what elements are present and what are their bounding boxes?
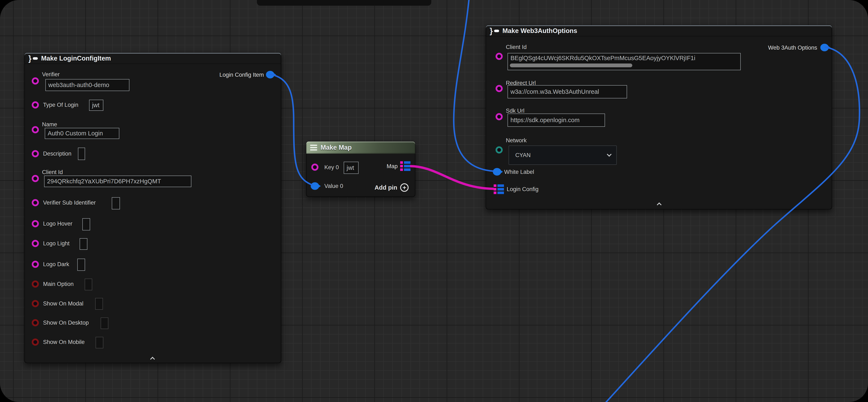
pin-label: Client Id <box>42 169 63 176</box>
pin-label: Key 0 <box>324 164 339 171</box>
network-dropdown[interactable]: CYAN <box>508 145 617 165</box>
show-on-modal-checkbox[interactable] <box>95 298 103 310</box>
input-pin-verifier-sub-identifier[interactable] <box>32 199 39 206</box>
collapse-node-chevron-icon[interactable] <box>657 202 662 207</box>
network-value: CYAN <box>515 152 531 159</box>
output-pin-label: Login Config Item <box>219 72 264 78</box>
input-pin-logo-light[interactable] <box>32 240 39 247</box>
pin-label: Show On Mobile <box>43 339 85 345</box>
input-pin-show-on-modal[interactable] <box>32 300 39 307</box>
pin-label: Verifier <box>42 71 60 78</box>
add-pin-label: Add pin <box>375 184 397 191</box>
verifier-sub-identifier-input[interactable] <box>112 197 120 209</box>
client-id-scrollbar[interactable] <box>510 63 632 67</box>
input-pin-client-id[interactable] <box>32 175 39 182</box>
output-pin-map[interactable] <box>400 161 410 171</box>
node-make-map[interactable]: Make Map Key 0 jwt Map Value 0 Add pin + <box>306 141 415 197</box>
output-pin-label: Web 3Auth Options <box>768 45 817 51</box>
pin-label: Show On Desktop <box>43 320 89 326</box>
verifier-input[interactable]: web3auth-auth0-demo <box>45 79 129 91</box>
make-struct-icon: } <box>28 54 38 62</box>
input-pin-sdk-url[interactable] <box>496 113 503 120</box>
blueprint-graph-canvas[interactable]: } Make LoginConfigItem Login Config Item… <box>0 0 868 402</box>
input-pin-type-of-login[interactable] <box>32 101 39 109</box>
input-pin-value-0[interactable] <box>311 182 319 190</box>
pin-label: Value 0 <box>324 183 343 190</box>
type-of-login-input[interactable]: jwt <box>89 100 103 111</box>
show-on-mobile-checkbox[interactable] <box>96 337 103 348</box>
pin-label: White Label <box>504 169 534 175</box>
pin-label: Description <box>43 150 71 157</box>
node-title: Make Map <box>320 144 352 151</box>
pin-label: Network <box>506 137 527 144</box>
pin-label: Logo Dark <box>43 261 69 268</box>
key-0-input[interactable]: jwt <box>344 162 359 174</box>
pin-label: Logo Hover <box>43 221 72 227</box>
pin-label: Main Option <box>43 281 74 287</box>
overlapping-window-edge <box>257 0 431 6</box>
pin-label: Login Config <box>507 186 538 193</box>
input-pin-logo-dark[interactable] <box>32 261 39 268</box>
node-make-loginconfigitem[interactable]: } Make LoginConfigItem Login Config Item… <box>24 53 281 363</box>
input-pin-login-config[interactable] <box>494 184 504 194</box>
input-pin-key-0[interactable] <box>311 164 318 171</box>
input-pin-show-on-desktop[interactable] <box>32 319 39 326</box>
client-id-input[interactable]: 294QRkchfq2YaXUbPri7D6PH7xzHgQMT <box>44 176 191 187</box>
input-pin-redirect-url[interactable] <box>496 85 503 92</box>
redirect-url-input[interactable]: w3a://com.w3a.Web3AuthUnreal <box>507 85 627 98</box>
input-pin-network[interactable] <box>496 146 503 153</box>
pin-label: Verifier Sub Identifier <box>43 200 96 206</box>
name-input[interactable]: Auth0 Custom Login <box>45 128 119 139</box>
dropdown-chevron-icon <box>607 152 612 157</box>
main-option-checkbox[interactable] <box>85 279 92 290</box>
logo-hover-input[interactable] <box>82 218 90 230</box>
collapse-node-chevron-icon[interactable] <box>150 357 155 362</box>
node-header[interactable]: } Make Web3AuthOptions <box>486 25 832 36</box>
pin-label: Show On Modal <box>43 300 84 307</box>
input-pin-logo-hover[interactable] <box>32 220 39 227</box>
pin-label: Name <box>42 121 57 128</box>
pin-label: Sdk Url <box>506 108 525 114</box>
pin-label: Client Id <box>506 44 527 51</box>
add-pin-icon: + <box>400 183 409 192</box>
node-title: Make Web3AuthOptions <box>502 27 577 35</box>
pin-label: Type Of Login <box>43 102 79 108</box>
input-pin-main-option[interactable] <box>32 281 39 288</box>
node-make-web3authoptions[interactable]: } Make Web3AuthOptions Web 3Auth Options… <box>486 25 832 209</box>
description-input[interactable] <box>78 148 85 160</box>
make-struct-icon: } <box>490 27 499 35</box>
input-pin-white-label[interactable] <box>493 168 501 176</box>
input-pin-show-on-mobile[interactable] <box>32 339 39 346</box>
logo-dark-input[interactable] <box>77 259 85 271</box>
output-pin-login-config-item[interactable] <box>266 71 274 79</box>
input-pin-verifier[interactable] <box>32 77 39 85</box>
input-pin-client-id[interactable] <box>496 53 503 60</box>
input-pin-name[interactable] <box>32 126 39 133</box>
output-pin-label: Map <box>386 163 398 170</box>
node-header[interactable]: Make Map <box>306 142 415 154</box>
node-title: Make LoginConfigItem <box>41 55 111 62</box>
wire-map-to-login-config[interactable] <box>410 166 494 189</box>
logo-light-input[interactable] <box>80 238 87 250</box>
output-pin-web3auth-options[interactable] <box>820 44 829 51</box>
add-pin-button[interactable]: Add pin + <box>375 183 409 192</box>
map-container-icon <box>310 145 317 150</box>
sdk-url-input[interactable]: https://sdk.openlogin.com <box>507 114 605 127</box>
client-id-input[interactable]: BEglQSgt4cUWcj6SKRdu5QkOXTsePmMcusG5EAoy… <box>507 53 741 70</box>
input-pin-description[interactable] <box>32 150 39 157</box>
show-on-desktop-checkbox[interactable] <box>101 317 108 329</box>
pin-label: Logo Light <box>43 240 69 247</box>
node-header[interactable]: } Make LoginConfigItem <box>25 53 281 64</box>
